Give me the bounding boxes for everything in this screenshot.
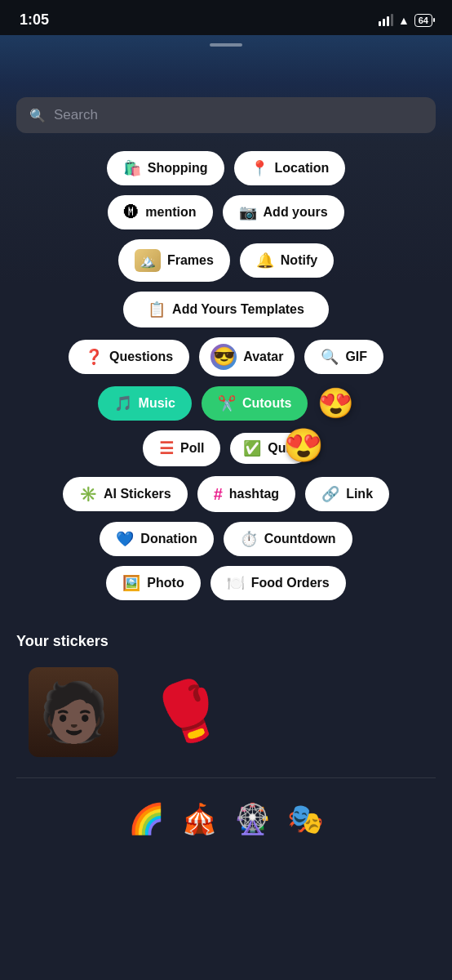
poll-button[interactable]: ☰ Poll — [143, 430, 220, 466]
location-button[interactable]: 📍 Location — [234, 151, 346, 185]
search-placeholder: Search — [54, 107, 98, 123]
hashtag-icon: # — [214, 486, 223, 502]
photo-button[interactable]: 🖼️ Photo — [106, 566, 200, 600]
donation-icon: 💙 — [116, 532, 134, 546]
avatar-button[interactable]: 😎 Avatar — [199, 337, 295, 376]
wifi-icon: ▲ — [398, 14, 410, 27]
shopping-label: Shopping — [148, 161, 208, 176]
search-container: 🔍 Search — [0, 84, 452, 143]
quiz-emoji-sticker: 😍 — [283, 426, 324, 465]
hashtag-label: hashtag — [229, 487, 279, 501]
cutouts-button[interactable]: ✂️ Cutouts — [202, 386, 308, 421]
food-orders-label: Food Orders — [251, 576, 330, 590]
signal-icon — [379, 14, 393, 26]
sticker-row-9: 💙 Donation ⏱️ Countdown — [100, 522, 352, 556]
add-yours-templates-icon: 📋 — [148, 302, 166, 317]
donation-button[interactable]: 💙 Donation — [100, 522, 213, 556]
battery-indicator: 64 — [414, 14, 432, 27]
status-bar: 1:05 ▲ 64 — [0, 0, 452, 35]
bottom-divider — [16, 777, 436, 778]
notify-label: Notify — [281, 253, 317, 268]
sticker-row-5: ❓ Questions 😎 Avatar 🔍 GIF — [69, 337, 383, 376]
status-icons: ▲ 64 — [379, 14, 432, 27]
bottom-sticker-3[interactable]: 🎡 — [234, 802, 271, 836]
sticker-row-3: 🏔️ Frames 🔔 Notify — [118, 239, 334, 282]
add-yours-templates-label: Add Yours Templates — [172, 302, 304, 317]
cutouts-label: Cutouts — [242, 396, 291, 411]
bottom-sticker-2[interactable]: 🎪 — [181, 802, 218, 836]
your-stickers-title: Your stickers — [16, 633, 436, 650]
food-orders-button[interactable]: 🍽️ Food Orders — [210, 566, 346, 600]
bottom-sticker-1[interactable]: 🌈 — [128, 802, 165, 836]
location-icon: 📍 — [250, 161, 268, 176]
countdown-icon: ⏱️ — [240, 532, 258, 546]
drag-handle[interactable] — [210, 43, 242, 47]
ai-stickers-label: AI Stickers — [104, 487, 171, 501]
bottom-strip: 🌈 🎪 🎡 🎭 — [0, 786, 452, 852]
countdown-label: Countdown — [264, 532, 336, 546]
mention-label: mention — [145, 205, 196, 220]
add-yours-templates-button[interactable]: 📋 Add Yours Templates — [123, 292, 329, 327]
emoji-face-sticker: 😍 — [317, 386, 354, 421]
frames-label: Frames — [167, 253, 214, 268]
quiz-with-emoji[interactable]: ✅ Quiz 😍 — [230, 433, 309, 464]
gif-label: GIF — [345, 350, 367, 364]
cutouts-icon: ✂️ — [218, 396, 236, 411]
link-button[interactable]: 🔗 Link — [305, 477, 389, 511]
music-icon: 🎵 — [114, 396, 132, 411]
notify-icon: 🔔 — [256, 253, 274, 268]
mention-button[interactable]: 🅜 mention — [108, 195, 212, 229]
sticker-row-2: 🅜 mention 📷 Add yours — [108, 195, 343, 229]
mention-icon: 🅜 — [124, 205, 139, 220]
hashtag-button[interactable]: # hashtag — [197, 476, 295, 512]
link-label: Link — [346, 487, 373, 501]
sticker-row-1: 🛍️ Shopping 📍 Location — [107, 151, 345, 185]
add-yours-button[interactable]: 📷 Add yours — [223, 195, 344, 229]
countdown-button[interactable]: ⏱️ Countdown — [224, 522, 352, 556]
your-stickers-section: Your stickers 🧑🏿 🥊 — [0, 617, 452, 769]
search-icon: 🔍 — [29, 108, 46, 123]
sticker-row-8: ✳️ AI Stickers # hashtag 🔗 Link — [63, 476, 389, 512]
boxing-glove-sticker-preview[interactable]: 🥊 — [139, 663, 237, 761]
poll-icon: ☰ — [159, 440, 174, 457]
questions-label: Questions — [109, 350, 173, 364]
food-orders-icon: 🍽️ — [227, 576, 245, 590]
quiz-icon: ✅ — [243, 441, 261, 456]
ai-stickers-icon: ✳️ — [79, 487, 97, 501]
music-label: Music — [139, 396, 175, 411]
sticker-row-4: 📋 Add Yours Templates — [123, 292, 329, 327]
photo-label: Photo — [147, 576, 184, 590]
sticker-row-6: 🎵 Music ✂️ Cutouts 😍 — [98, 386, 355, 421]
music-button[interactable]: 🎵 Music — [98, 386, 192, 421]
photo-icon: 🖼️ — [122, 576, 140, 590]
poll-label: Poll — [180, 441, 204, 456]
ai-stickers-button[interactable]: ✳️ AI Stickers — [63, 477, 188, 511]
sticker-row-7: ☰ Poll ✅ Quiz 😍 — [143, 430, 309, 466]
questions-icon: ❓ — [85, 350, 103, 364]
sheet-handle-bar — [0, 35, 452, 84]
status-time: 1:05 — [20, 11, 49, 29]
shopping-icon: 🛍️ — [123, 161, 141, 176]
location-label: Location — [275, 161, 330, 176]
person-sticker: 🧑🏿 — [29, 667, 118, 757]
gif-icon: 🔍 — [321, 350, 339, 364]
shopping-button[interactable]: 🛍️ Shopping — [107, 151, 224, 185]
avatar-icon: 😎 — [210, 344, 237, 370]
link-icon: 🔗 — [321, 487, 339, 501]
search-bar[interactable]: 🔍 Search — [16, 97, 436, 133]
donation-label: Donation — [140, 532, 197, 546]
frames-button[interactable]: 🏔️ Frames — [118, 239, 230, 282]
sticker-row-10: 🖼️ Photo 🍽️ Food Orders — [106, 566, 345, 600]
avatar-label: Avatar — [243, 350, 283, 364]
frames-icon: 🏔️ — [135, 249, 161, 272]
add-yours-icon: 📷 — [239, 205, 257, 220]
person-sticker-preview[interactable]: 🧑🏿 — [24, 663, 122, 761]
boxing-glove-sticker: 🥊 — [143, 669, 233, 756]
add-yours-label: Add yours — [264, 205, 328, 220]
gif-button[interactable]: 🔍 GIF — [304, 340, 383, 374]
bottom-sticker-4[interactable]: 🎭 — [287, 802, 324, 836]
sticker-grid: 🛍️ Shopping 📍 Location 🅜 mention 📷 Add y… — [0, 143, 452, 617]
sticker-previews: 🧑🏿 🥊 — [16, 663, 436, 761]
questions-button[interactable]: ❓ Questions — [69, 340, 189, 374]
notify-button[interactable]: 🔔 Notify — [240, 243, 334, 278]
